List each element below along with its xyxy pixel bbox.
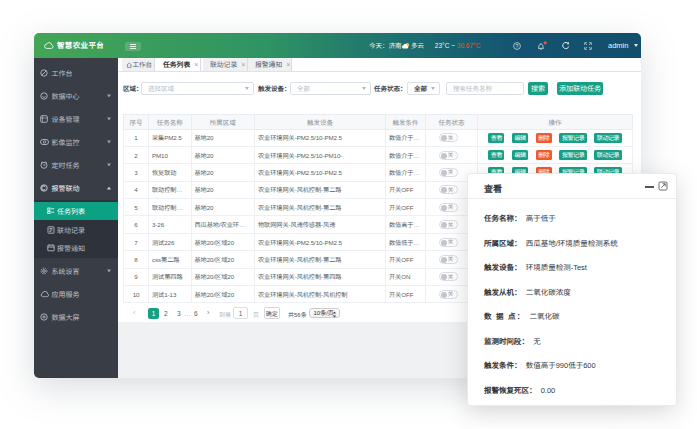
svg-text:?: ? (516, 43, 519, 49)
